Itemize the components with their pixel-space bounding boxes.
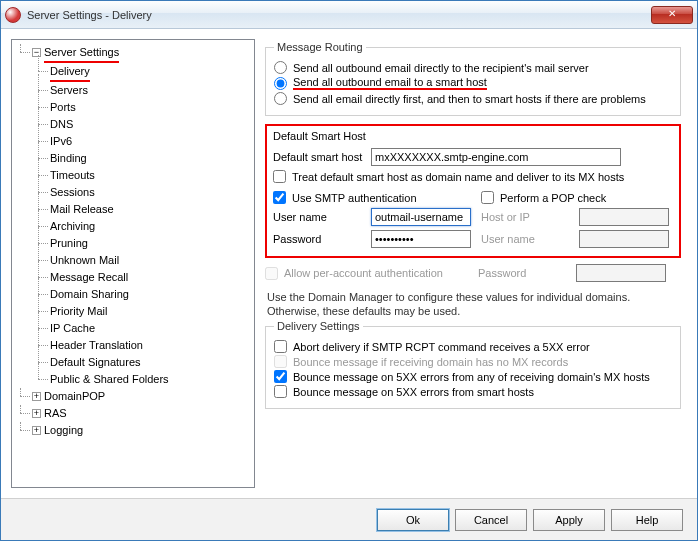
routing-legend: Message Routing [274, 41, 366, 53]
tree-item[interactable]: Timeouts [50, 167, 252, 184]
tree-item[interactable]: Archiving [50, 218, 252, 235]
use-smtp-checkbox[interactable] [273, 191, 286, 204]
hostip-input [579, 208, 669, 226]
apply-button[interactable]: Apply [533, 509, 605, 531]
username2-label: User name [481, 233, 573, 245]
app-icon [5, 7, 21, 23]
tree-item[interactable]: DNS [50, 116, 252, 133]
button-bar: Ok Cancel Apply Help [1, 498, 697, 540]
routing-fallback-label: Send all email directly first, and then … [293, 93, 646, 105]
tree-item[interactable]: Mail Release [50, 201, 252, 218]
content-area: −Server Settings DeliveryServersPortsDNS… [1, 29, 697, 498]
message-routing-group: Message Routing Send all outbound email … [265, 41, 681, 116]
password-label: Password [273, 233, 365, 245]
hostip-label: Host or IP [481, 211, 573, 223]
abort-5xx-checkbox[interactable] [274, 340, 287, 353]
bounce-mx5xx-checkbox[interactable] [274, 370, 287, 383]
tree-item[interactable]: Default Signatures [50, 354, 252, 371]
tree-item[interactable]: Servers [50, 82, 252, 99]
tree-item[interactable]: Domain Sharing [50, 286, 252, 303]
window-title: Server Settings - Delivery [27, 9, 152, 21]
routing-direct-label: Send all outbound email directly to the … [293, 62, 589, 74]
tree-item[interactable]: Public & Shared Folders [50, 371, 252, 388]
tree-item[interactable]: IPv6 [50, 133, 252, 150]
tree-item[interactable]: Unknown Mail [50, 252, 252, 269]
delivery-legend: Delivery Settings [274, 320, 363, 332]
username-label: User name [273, 211, 365, 223]
routing-direct-radio[interactable] [274, 61, 287, 74]
expand-icon[interactable]: + [32, 409, 41, 418]
per-account-checkbox [265, 267, 278, 280]
collapse-icon[interactable]: − [32, 48, 41, 57]
ok-button[interactable]: Ok [377, 509, 449, 531]
smarthost-legend: Default Smart Host [273, 130, 673, 142]
titlebar: Server Settings - Delivery ✕ [1, 1, 697, 29]
bounce-smart5xx-checkbox[interactable] [274, 385, 287, 398]
tree-panel[interactable]: −Server Settings DeliveryServersPortsDNS… [11, 39, 255, 488]
right-panel: Message Routing Send all outbound email … [263, 39, 687, 488]
bounce-smart5xx-label: Bounce message on 5XX errors from smart … [293, 386, 534, 398]
username2-input [579, 230, 669, 248]
tree-item[interactable]: Priority Mail [50, 303, 252, 320]
use-smtp-label: Use SMTP authentication [292, 192, 417, 204]
smarthost-input[interactable] [371, 148, 621, 166]
delivery-settings-group: Delivery Settings Abort delivery if SMTP… [265, 320, 681, 409]
tree-item[interactable]: IP Cache [50, 320, 252, 337]
tree-domainpop[interactable]: +DomainPOP [32, 388, 252, 405]
expand-icon[interactable]: + [32, 392, 41, 401]
routing-smarthost-radio[interactable] [274, 77, 287, 90]
tree-item[interactable]: Binding [50, 150, 252, 167]
password2-label: Password [478, 267, 570, 279]
treat-mx-label: Treat default smart host as domain name … [292, 171, 624, 183]
expand-icon[interactable]: + [32, 426, 41, 435]
tree-item[interactable]: Sessions [50, 184, 252, 201]
smarthost-note: Use the Domain Manager to configure thes… [267, 290, 681, 318]
tree-item[interactable]: Ports [50, 99, 252, 116]
bounce-nomx-checkbox [274, 355, 287, 368]
tree-item[interactable]: Message Recall [50, 269, 252, 286]
help-button[interactable]: Help [611, 509, 683, 531]
password-input[interactable] [371, 230, 471, 248]
tree-item[interactable]: Delivery [50, 63, 252, 82]
abort-5xx-label: Abort delivery if SMTP RCPT command rece… [293, 341, 590, 353]
routing-smarthost-label: Send all outbound email to a smart host [293, 76, 487, 90]
pop-check-checkbox[interactable] [481, 191, 494, 204]
tree-logging[interactable]: +Logging [32, 422, 252, 439]
bounce-mx5xx-label: Bounce message on 5XX errors from any of… [293, 371, 650, 383]
settings-window: Server Settings - Delivery ✕ −Server Set… [0, 0, 698, 541]
routing-fallback-radio[interactable] [274, 92, 287, 105]
bounce-nomx-label: Bounce message if receiving domain has n… [293, 356, 568, 368]
host-label: Default smart host [273, 151, 365, 163]
tree-item[interactable]: Pruning [50, 235, 252, 252]
username-input[interactable] [371, 208, 471, 226]
cancel-button[interactable]: Cancel [455, 509, 527, 531]
close-button[interactable]: ✕ [651, 6, 693, 24]
password2-input [576, 264, 666, 282]
smarthost-group: Default Smart Host Default smart host Tr… [273, 130, 673, 252]
tree-item[interactable]: Header Translation [50, 337, 252, 354]
tree-root[interactable]: −Server Settings DeliveryServersPortsDNS… [32, 44, 252, 388]
tree-ras[interactable]: +RAS [32, 405, 252, 422]
pop-check-label: Perform a POP check [500, 192, 606, 204]
smarthost-highlight: Default Smart Host Default smart host Tr… [265, 124, 681, 258]
treat-mx-checkbox[interactable] [273, 170, 286, 183]
per-account-label: Allow per-account authentication [284, 267, 443, 279]
